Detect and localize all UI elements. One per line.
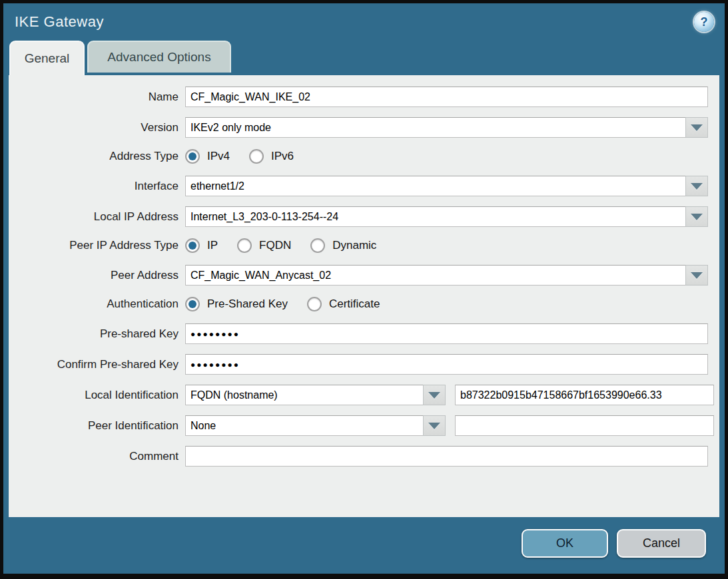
- local-id-row: Local Identification: [17, 385, 708, 405]
- authentication-row: Authentication Pre-Shared Key Certificat…: [17, 295, 708, 313]
- ike-gateway-dialog: IKE Gateway ? General Advanced Options N…: [0, 0, 728, 579]
- radio-certificate[interactable]: Certificate: [307, 297, 380, 311]
- radio-pre-shared-key[interactable]: Pre-Shared Key: [185, 297, 288, 311]
- radio-ipv4-label: IPv4: [207, 150, 230, 163]
- version-row: Version: [17, 117, 708, 138]
- radio-pre-shared-key-label: Pre-Shared Key: [207, 297, 288, 311]
- local-ip-dropdown: [185, 206, 708, 227]
- confirm-psk-input[interactable]: [185, 354, 708, 375]
- name-input[interactable]: [185, 87, 708, 107]
- version-label: Version: [17, 121, 185, 134]
- comment-row: Comment: [17, 446, 708, 467]
- confirm-psk-row: Confirm Pre-shared Key: [17, 354, 708, 375]
- tab-advanced-options-label: Advanced Options: [107, 50, 210, 65]
- peer-type-label: Peer IP Address Type: [17, 239, 185, 252]
- chevron-down-icon: [428, 423, 440, 429]
- radio-peer-ip[interactable]: IP: [185, 238, 218, 253]
- psk-input[interactable]: [185, 323, 708, 344]
- local-id-dropdown-button[interactable]: [423, 385, 446, 405]
- interface-row: Interface: [17, 176, 708, 196]
- version-dropdown-button[interactable]: [685, 117, 708, 138]
- tab-advanced-options[interactable]: Advanced Options: [87, 41, 231, 73]
- tab-general[interactable]: General: [9, 41, 85, 75]
- peer-address-dropdown-button[interactable]: [685, 265, 708, 286]
- dialog-footer: OK Cancel: [3, 517, 725, 558]
- name-row: Name: [17, 87, 708, 107]
- local-ip-input[interactable]: [185, 206, 685, 227]
- peer-id-row: Peer Identification: [17, 415, 708, 436]
- version-dropdown: [185, 117, 708, 138]
- dialog-titlebar: IKE Gateway ?: [3, 3, 725, 41]
- peer-id-dropdown: [185, 415, 446, 436]
- peer-address-input[interactable]: [185, 265, 685, 286]
- radio-peer-ip-label: IP: [207, 239, 218, 252]
- chevron-down-icon: [428, 392, 440, 399]
- general-tab-panel: Name Version Address Type IP: [9, 75, 719, 517]
- peer-id-type-input[interactable]: [185, 415, 423, 436]
- dialog-title: IKE Gateway: [15, 13, 104, 31]
- interface-dropdown: [185, 176, 708, 196]
- radio-peer-fqdn-label: FQDN: [259, 239, 291, 252]
- local-id-value-input[interactable]: [455, 385, 714, 405]
- psk-row: Pre-shared Key: [17, 323, 708, 344]
- help-icon-glyph: ?: [701, 15, 708, 29]
- radio-peer-fqdn-circle[interactable]: [237, 238, 252, 253]
- radio-peer-ip-circle[interactable]: [185, 238, 200, 253]
- radio-peer-dynamic-circle[interactable]: [310, 238, 325, 253]
- peer-id-label: Peer Identification: [17, 419, 185, 433]
- psk-label: Pre-shared Key: [17, 327, 185, 341]
- radio-ipv6-label: IPv6: [271, 150, 294, 163]
- local-id-type-input[interactable]: [185, 385, 423, 405]
- local-id-label: Local Identification: [17, 389, 185, 402]
- radio-certificate-label: Certificate: [329, 297, 380, 311]
- local-ip-dropdown-button[interactable]: [685, 206, 708, 227]
- help-icon[interactable]: ?: [694, 12, 714, 32]
- address-type-label: Address Type: [17, 150, 185, 163]
- radio-ipv6[interactable]: IPv6: [249, 149, 294, 164]
- interface-dropdown-button[interactable]: [685, 176, 708, 196]
- local-id-dropdown: [185, 385, 446, 405]
- peer-address-label: Peer Address: [17, 269, 185, 282]
- peer-address-row: Peer Address: [17, 265, 708, 286]
- local-ip-label: Local IP Address: [17, 210, 185, 224]
- comment-input[interactable]: [185, 446, 708, 467]
- radio-ipv6-circle[interactable]: [249, 149, 264, 164]
- interface-input[interactable]: [185, 176, 685, 196]
- chevron-down-icon: [691, 272, 703, 279]
- local-ip-row: Local IP Address: [17, 206, 708, 227]
- authentication-label: Authentication: [17, 297, 185, 311]
- address-type-row: Address Type IPv4 IPv6: [17, 148, 708, 165]
- name-label: Name: [17, 91, 185, 104]
- peer-id-value-input[interactable]: [455, 415, 714, 436]
- radio-peer-dynamic[interactable]: Dynamic: [310, 238, 376, 253]
- peer-id-dropdown-button[interactable]: [423, 415, 446, 436]
- radio-peer-fqdn[interactable]: FQDN: [237, 238, 291, 253]
- ok-button[interactable]: OK: [522, 529, 608, 558]
- radio-certificate-circle[interactable]: [307, 297, 322, 311]
- chevron-down-icon: [691, 183, 703, 190]
- radio-pre-shared-key-circle[interactable]: [185, 297, 200, 311]
- radio-ipv4[interactable]: IPv4: [185, 149, 230, 164]
- version-input[interactable]: [185, 117, 685, 138]
- chevron-down-icon: [691, 124, 703, 131]
- radio-peer-dynamic-label: Dynamic: [332, 239, 376, 252]
- tab-general-label: General: [25, 51, 70, 66]
- comment-label: Comment: [17, 450, 185, 463]
- tab-bar: General Advanced Options: [9, 41, 725, 75]
- cancel-button[interactable]: Cancel: [617, 529, 706, 558]
- chevron-down-icon: [691, 214, 703, 220]
- peer-type-row: Peer IP Address Type IP FQDN Dynamic: [17, 237, 708, 254]
- radio-ipv4-circle[interactable]: [185, 149, 200, 164]
- interface-label: Interface: [17, 180, 185, 193]
- peer-address-dropdown: [185, 265, 708, 286]
- confirm-psk-label: Confirm Pre-shared Key: [17, 358, 185, 371]
